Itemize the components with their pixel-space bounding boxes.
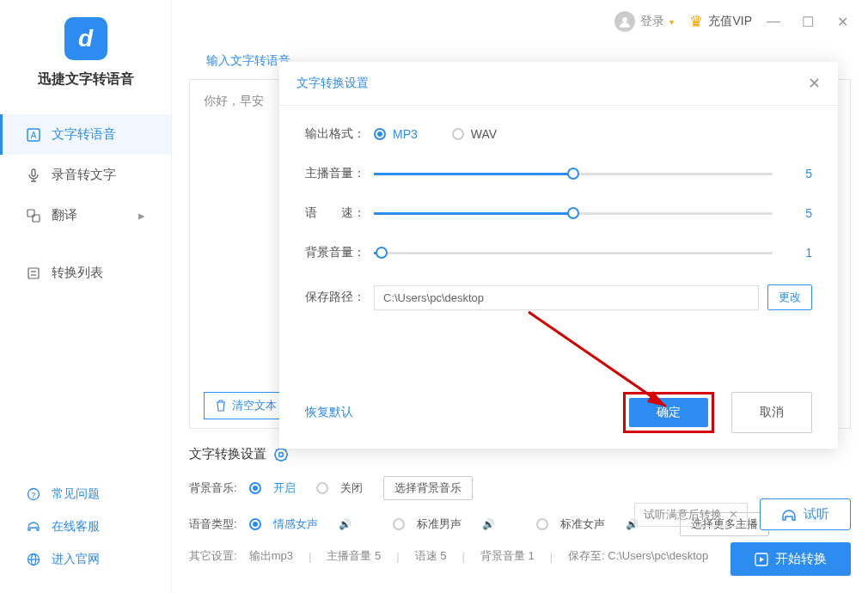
login-button[interactable]: 登录 ▾: [614, 11, 674, 32]
volume-slider[interactable]: [374, 173, 773, 175]
sidebar: d 迅捷文字转语音 A 文字转语音 录音转文字 翻译 ▸ 转换列表: [0, 0, 172, 593]
link-label: 进入官网: [52, 552, 100, 567]
confirm-button[interactable]: 确定: [629, 398, 708, 427]
nav: A 文字转语音 录音转文字 翻译 ▸ 转换列表: [0, 114, 171, 293]
logo-area: d 迅捷文字转语音: [0, 0, 171, 106]
globe-icon: [26, 552, 41, 567]
slider-thumb[interactable]: [376, 247, 388, 259]
question-icon: ?: [26, 486, 41, 502]
restore-defaults-link[interactable]: 恢复默认: [305, 405, 353, 420]
minimize-button[interactable]: —: [761, 9, 786, 34]
website-link[interactable]: 进入官网: [0, 543, 171, 576]
chevron-right-icon: ▸: [138, 208, 145, 223]
svg-rect-5: [28, 268, 39, 278]
volume-row: 主播音量： 5: [305, 166, 812, 181]
nav-translate[interactable]: 翻译 ▸: [0, 195, 171, 235]
list-icon: [26, 266, 41, 281]
dialog-close-icon[interactable]: ✕: [808, 74, 821, 93]
slider-thumb[interactable]: [567, 168, 579, 180]
dialog-header: 文字转换设置 ✕: [279, 62, 838, 106]
slider-thumb[interactable]: [567, 207, 579, 219]
svg-point-14: [275, 449, 287, 461]
vip-button[interactable]: ♛ 充值VIP: [682, 12, 752, 31]
change-path-button[interactable]: 更改: [767, 284, 812, 310]
nav-label: 翻译: [52, 207, 77, 223]
nav-text-to-speech[interactable]: A 文字转语音: [0, 114, 171, 155]
dialog-title: 文字转换设置: [296, 76, 369, 91]
svg-text:A: A: [31, 131, 37, 140]
preview-button[interactable]: 试听: [760, 498, 851, 530]
nav-speech-to-text[interactable]: 录音转文字: [0, 155, 171, 195]
cancel-button[interactable]: 取消: [731, 392, 812, 433]
dialog-body: 输出格式： MP3 WAV 主播音量： 5 语 速：: [279, 106, 838, 376]
nav-label: 文字转语音: [52, 126, 116, 143]
path-row: 保存路径： 更改: [305, 284, 812, 310]
format-mp3-option[interactable]: MP3: [374, 127, 418, 141]
svg-point-15: [279, 452, 284, 456]
app-name: 迅捷文字转语音: [0, 70, 171, 89]
bgm-off-radio[interactable]: [316, 482, 328, 494]
crown-icon: ♛: [689, 12, 703, 31]
voice-opt2-radio[interactable]: [393, 518, 405, 530]
avatar-icon: [614, 11, 635, 32]
radio-icon: [374, 128, 386, 140]
nav-convert-list[interactable]: 转换列表: [0, 253, 171, 293]
voice-opt1-radio[interactable]: [249, 518, 261, 530]
svg-rect-3: [28, 210, 34, 217]
settings-dialog: 文字转换设置 ✕ 输出格式： MP3 WAV 主播音量： 5: [279, 62, 838, 449]
bgm-volume-row: 背景音量： 1: [305, 245, 812, 260]
convert-button[interactable]: 开始转换: [730, 542, 851, 576]
microphone-icon: [26, 168, 41, 183]
nav-label: 转换列表: [52, 265, 103, 281]
text-to-speech-icon: A: [26, 127, 41, 143]
dismiss-hint-icon[interactable]: ✕: [729, 508, 738, 521]
nav-label: 录音转文字: [52, 167, 116, 183]
clear-text-button[interactable]: 清空文本: [204, 392, 288, 419]
clear-label: 清空文本: [232, 398, 277, 413]
sound-icon[interactable]: 🔊: [339, 518, 351, 530]
link-label: 常见问题: [52, 486, 100, 502]
headset-icon: [26, 519, 41, 535]
select-bgm-button[interactable]: 选择背景音乐: [383, 476, 473, 500]
play-icon: [755, 553, 768, 566]
speed-row: 语 速： 5: [305, 205, 812, 221]
radio-icon: [452, 128, 464, 140]
format-row: 输出格式： MP3 WAV: [305, 126, 812, 142]
chevron-down-icon: ▾: [669, 17, 674, 27]
format-wav-option[interactable]: WAV: [452, 127, 497, 141]
action-area: 试听满意后转换 ✕ 试听 开始转换: [634, 498, 851, 576]
bgm-slider[interactable]: [374, 252, 773, 254]
headphone-icon: [781, 507, 797, 523]
sound-icon[interactable]: 🔊: [482, 518, 495, 530]
close-button[interactable]: ✕: [829, 9, 855, 34]
login-label: 登录: [640, 14, 664, 29]
bottom-links: ? 常见问题 在线客服 进入官网: [0, 478, 171, 593]
svg-rect-2: [32, 169, 35, 176]
save-path-input[interactable]: [374, 285, 759, 310]
speed-slider[interactable]: [374, 212, 773, 215]
svg-rect-4: [33, 215, 40, 222]
svg-point-13: [622, 17, 627, 22]
trash-icon: [215, 400, 227, 412]
bgm-on-radio[interactable]: [249, 482, 261, 494]
annotation-highlight: 确定: [623, 392, 714, 433]
faq-link[interactable]: ? 常见问题: [0, 478, 171, 510]
link-label: 在线客服: [52, 519, 100, 535]
preview-hint: 试听满意后转换 ✕: [634, 503, 748, 527]
support-link[interactable]: 在线客服: [0, 510, 171, 543]
vip-label: 充值VIP: [708, 14, 752, 29]
translate-icon: [26, 208, 41, 223]
app-logo-icon: d: [64, 17, 107, 60]
maximize-button[interactable]: ☐: [795, 9, 821, 34]
bgm-row: 背景音乐: 开启 关闭 选择背景音乐: [189, 476, 851, 500]
dialog-footer: 恢复默认 确定 取消: [279, 376, 838, 449]
svg-text:?: ?: [31, 491, 35, 499]
titlebar: 登录 ▾ ♛ 充值VIP — ☐ ✕: [172, 0, 868, 43]
gear-icon[interactable]: [273, 447, 289, 462]
voice-opt3-radio[interactable]: [536, 518, 548, 530]
